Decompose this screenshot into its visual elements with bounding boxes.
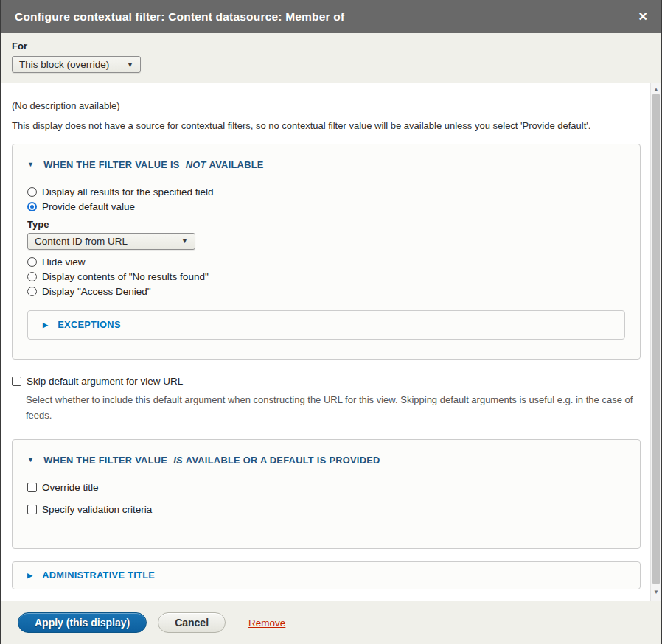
checkbox-label[interactable]: Override title	[42, 482, 99, 493]
checkbox-skip-default[interactable]: Skip default argument for view URL	[12, 376, 641, 387]
checkbox-icon[interactable]	[12, 377, 21, 386]
collapsed-triangle-icon: ▶	[43, 321, 48, 329]
radio-hide-view[interactable]: Hide view	[27, 256, 625, 267]
radio-icon[interactable]	[27, 187, 37, 197]
legend-emphasis: NOT	[186, 159, 206, 170]
radio-label[interactable]: Provide default value	[42, 201, 135, 212]
fieldset-exceptions[interactable]: ▶ EXCEPTIONS	[27, 310, 625, 340]
close-icon[interactable]: ✕	[638, 11, 648, 23]
radio-icon[interactable]	[27, 287, 37, 296]
checkbox-icon[interactable]	[27, 483, 37, 492]
radio-icon[interactable]	[27, 257, 37, 267]
remove-link[interactable]: Remove	[248, 617, 285, 629]
radio-no-results[interactable]: Display contents of "No results found"	[27, 271, 625, 282]
default-type-value: Content ID from URL	[35, 236, 128, 247]
skip-default-description: Select whether to include this default a…	[26, 392, 636, 423]
checkbox-validation-criteria[interactable]: Specify validation criteria	[27, 504, 625, 515]
legend-text: AVAILABLE	[209, 159, 264, 170]
fieldset-available-legend[interactable]: ▼ WHEN THE FILTER VALUE IS AVAILABLE OR …	[27, 455, 625, 466]
select-arrow-icon: ▼	[127, 61, 133, 69]
collapsed-triangle-icon: ▶	[27, 572, 32, 579]
checkbox-icon[interactable]	[27, 505, 37, 514]
radio-label[interactable]: Hide view	[42, 256, 86, 267]
dialog-title: Configure contextual filter: Content dat…	[15, 10, 344, 24]
legend-text: WHEN THE FILTER VALUE	[43, 455, 167, 466]
dialog-body: (No description available) This display …	[1, 83, 661, 601]
contextual-filter-dialog: Configure contextual filter: Content dat…	[0, 0, 662, 644]
dialog-footer: Apply (this display) Cancel Remove	[1, 601, 661, 644]
expanded-triangle-icon: ▼	[27, 161, 34, 168]
legend-text: ADMINISTRATIVE TITLE	[42, 570, 155, 581]
vertical-scrollbar[interactable]: ▲ ▼	[650, 83, 661, 601]
apply-button[interactable]: Apply (this display)	[18, 612, 147, 633]
expanded-triangle-icon: ▼	[27, 456, 34, 463]
for-section: For This block (override) ▼	[1, 33, 661, 83]
scroll-down-icon[interactable]: ▼	[651, 587, 661, 598]
fieldset-not-available: ▼ WHEN THE FILTER VALUE IS NOT AVAILABLE…	[12, 144, 641, 360]
radio-access-denied[interactable]: Display "Access Denied"	[27, 286, 625, 297]
fieldset-not-available-legend[interactable]: ▼ WHEN THE FILTER VALUE IS NOT AVAILABLE	[27, 159, 625, 170]
cancel-button[interactable]: Cancel	[158, 612, 226, 633]
fieldset-administrative-title[interactable]: ▶ ADMINISTRATIVE TITLE	[12, 561, 641, 589]
scrollbar-thumb[interactable]	[652, 94, 660, 584]
checkbox-label[interactable]: Specify validation criteria	[42, 504, 152, 515]
radio-provide-default[interactable]: Provide default value	[27, 201, 625, 212]
dialog-titlebar: Configure contextual filter: Content dat…	[1, 0, 661, 33]
radio-label[interactable]: Display "Access Denied"	[42, 286, 151, 297]
legend-text: AVAILABLE OR A DEFAULT IS PROVIDED	[186, 455, 380, 466]
fieldset-available: ▼ WHEN THE FILTER VALUE IS AVAILABLE OR …	[12, 439, 641, 549]
display-scope-value: This block (override)	[19, 59, 109, 70]
scroll-up-icon[interactable]: ▲	[651, 85, 661, 95]
display-scope-select[interactable]: This block (override) ▼	[12, 56, 141, 73]
radio-label[interactable]: Display all results for the specified fi…	[42, 186, 214, 197]
checkbox-override-title[interactable]: Override title	[27, 482, 625, 493]
no-description-text: (No description available)	[12, 99, 641, 113]
checkbox-label[interactable]: Skip default argument for view URL	[27, 376, 183, 387]
radio-icon[interactable]	[27, 272, 37, 281]
legend-text: WHEN THE FILTER VALUE IS	[43, 159, 179, 170]
legend-text: EXCEPTIONS	[58, 319, 121, 330]
dialog-body-content: (No description available) This display …	[1, 83, 650, 601]
for-label: For	[12, 41, 651, 52]
default-type-select[interactable]: Content ID from URL ▼	[27, 233, 195, 250]
radio-icon[interactable]	[27, 202, 37, 211]
radio-label[interactable]: Display contents of "No results found"	[42, 271, 209, 282]
select-arrow-icon: ▼	[181, 237, 188, 245]
radio-display-all-results[interactable]: Display all results for the specified fi…	[27, 186, 625, 197]
type-label: Type	[27, 219, 625, 230]
legend-emphasis: IS	[173, 455, 183, 466]
display-source-note: This display does not have a source for …	[12, 119, 641, 133]
